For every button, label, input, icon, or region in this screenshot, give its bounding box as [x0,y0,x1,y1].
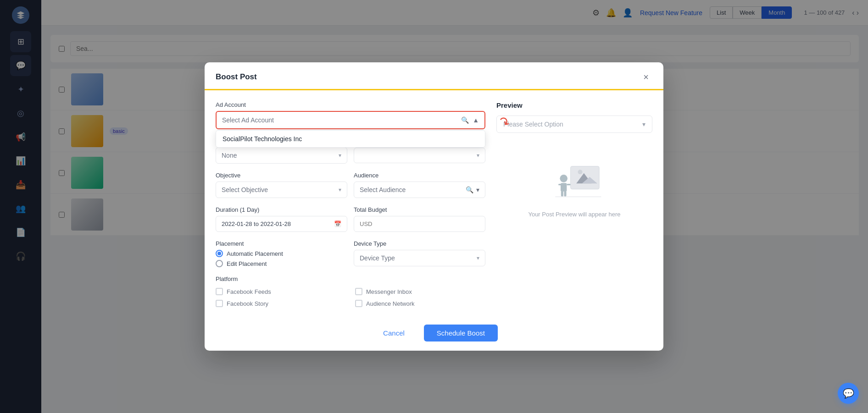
country-select[interactable]: ▾ [354,148,485,163]
audience-network-option[interactable]: Audience Network [355,300,485,307]
search-icon: 🔍 [461,116,469,124]
preview-select-placeholder: Please Select Option [503,121,563,128]
chevron-down-icon: ▾ [642,121,645,128]
duration-value: 2022-01-28 to 2022-01-28 [222,220,291,227]
ad-account-placeholder: Select Ad Account [222,116,274,124]
budget-input[interactable] [354,216,485,232]
form-side: Ad Account Select Ad Account 🔍 ▲ ↷ [216,101,485,307]
device-type-label: Device Type [354,240,485,247]
radio-button-selected[interactable] [216,250,223,257]
svg-rect-7 [567,184,570,185]
facebook-feeds-option[interactable]: Facebook Feeds [216,288,346,295]
placement-label: Placement [216,240,347,247]
radio-dot [217,252,221,255]
chevron-down-icon: ▾ [477,255,479,261]
budget-col: Total Budget [354,206,485,232]
ad-account-wrapper: Select Ad Account 🔍 ▲ ↷ SocialPilot Tech… [216,111,485,129]
duration-budget-row: Duration (1 Day) 2022-01-28 to 2022-01-2… [216,206,485,232]
chevron-down-icon: ▾ [476,186,479,193]
preview-select[interactable]: Please Select Option ▾ [496,116,652,133]
svg-rect-6 [558,184,562,185]
svg-rect-9 [564,191,567,197]
dropdown-option[interactable]: SocialPilot Technologies Inc [216,131,485,147]
preview-side: Preview Please Select Option ▾ [496,101,652,307]
audience-col: Audience Select Audience 🔍 ▾ [354,172,485,198]
dropdown-icons: 🔍 ▲ [461,116,479,124]
age-range-value: None [222,152,237,159]
edit-placement-option[interactable]: Edit Placement [216,260,347,267]
device-type-placeholder: Device Type [360,254,395,262]
placement-radio-group: Automatic Placement Edit Placement [216,250,347,267]
messenger-inbox-label: Messenger Inbox [366,288,412,295]
platform-label: Platform [216,275,485,282]
ad-account-dropdown[interactable]: Select Ad Account 🔍 ▲ [216,111,485,129]
modal-title: Boost Post [216,72,257,82]
facebook-story-checkbox[interactable] [216,300,223,307]
chevron-down-icon: ▾ [477,152,479,159]
modal-header: Boost Post × [205,62,663,90]
audience-icons: 🔍 ▾ [466,186,479,193]
objective-placeholder: Select Objective [222,186,268,193]
chevron-down-icon: ▾ [339,152,341,159]
svg-point-3 [578,170,583,174]
close-button[interactable]: × [640,71,652,83]
svg-point-4 [560,175,568,182]
svg-rect-8 [561,191,563,197]
preview-placeholder: Your Post Preview will appear here [496,140,652,236]
ad-account-group: Ad Account Select Ad Account 🔍 ▲ ↷ [216,101,485,129]
objective-col: Objective Select Objective ▾ [216,172,347,198]
placement-device-row: Placement Automatic Placement Edit Place [216,240,485,267]
chevron-up-icon: ▲ [473,116,479,124]
objective-audience-row: Objective Select Objective ▾ Audience Se… [216,172,485,198]
audience-label: Audience [354,172,485,179]
facebook-feeds-label: Facebook Feeds [227,288,271,295]
duration-input[interactable]: 2022-01-28 to 2022-01-28 📅 [216,216,347,232]
audience-network-checkbox[interactable] [355,300,362,307]
cancel-button[interactable]: Cancel [370,325,417,341]
messenger-inbox-checkbox[interactable] [355,288,362,295]
audience-network-label: Audience Network [366,300,415,307]
preview-placeholder-text: Your Post Preview will appear here [528,211,620,218]
calendar-icon: 📅 [334,220,341,227]
schedule-boost-button[interactable]: Schedule Boost [424,325,498,341]
objective-label: Objective [216,172,347,179]
modal-footer: Cancel Schedule Boost [205,318,663,351]
ad-account-label: Ad Account [216,101,485,108]
modal-overlay: Boost Post × Ad Account Select Ad Accoun… [0,0,868,413]
ad-account-dropdown-popup: SocialPilot Technologies Inc [216,130,485,148]
radio-button[interactable] [216,260,223,267]
chat-icon: 💬 [843,388,854,399]
chat-bubble[interactable]: 💬 [838,383,859,404]
preview-illustration [547,159,602,204]
audience-placeholder: Select Audience [360,186,406,193]
modal-body: Ad Account Select Ad Account 🔍 ▲ ↷ [205,90,663,318]
messenger-inbox-option[interactable]: Messenger Inbox [355,288,485,295]
facebook-story-option[interactable]: Facebook Story [216,300,346,307]
boost-post-modal: Boost Post × Ad Account Select Ad Accoun… [205,62,663,351]
placement-col: Placement Automatic Placement Edit Place [216,240,347,267]
device-type-col: Device Type Device Type ▾ [354,240,485,267]
facebook-story-label: Facebook Story [227,300,268,307]
auto-placement-label: Automatic Placement [227,250,283,257]
budget-label: Total Budget [354,206,485,213]
objective-select[interactable]: Select Objective ▾ [216,182,347,198]
platform-group: Platform Facebook Feeds Messenger Inbox [216,275,485,307]
duration-col: Duration (1 Day) 2022-01-28 to 2022-01-2… [216,206,347,232]
edit-placement-label: Edit Placement [227,260,267,267]
duration-label: Duration (1 Day) [216,206,347,213]
audience-select[interactable]: Select Audience 🔍 ▾ [354,182,485,198]
device-type-select[interactable]: Device Type ▾ [354,250,485,266]
auto-placement-option[interactable]: Automatic Placement [216,250,347,257]
platform-checkbox-grid: Facebook Feeds Messenger Inbox Facebook … [216,288,485,307]
chevron-down-icon: ▾ [339,187,341,193]
preview-title: Preview [496,101,652,109]
search-icon: 🔍 [466,186,473,193]
age-range-select[interactable]: None ▾ [216,147,347,164]
facebook-feeds-checkbox[interactable] [216,288,223,295]
